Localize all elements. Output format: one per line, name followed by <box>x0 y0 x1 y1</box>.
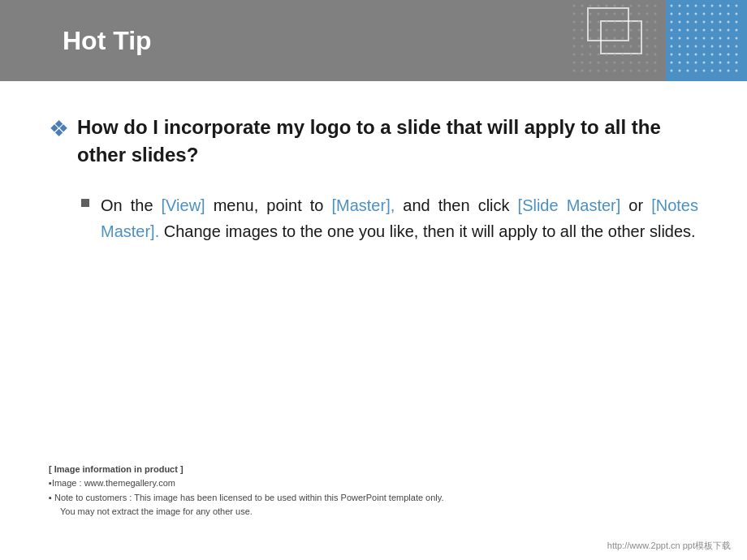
header: Hot Tip <box>0 0 747 81</box>
dots-grid <box>670 4 743 77</box>
dots-grid-svg <box>670 4 743 77</box>
dots-grid-gray <box>572 4 662 77</box>
link-view: [View] <box>162 196 205 214</box>
footer-note-line1: ▪ Note to customers : This image has bee… <box>49 491 698 506</box>
diamond-bullet-icon: ❖ <box>49 115 69 142</box>
answer-row: On the [View] menu, point to [Master], a… <box>81 192 698 244</box>
watermark: http://www.2ppt.cn ppt模板下载 <box>607 540 731 552</box>
question-row: ❖ How do I incorporate my logo to a slid… <box>49 114 698 168</box>
footer-bold-label: [ Image information in product ] <box>49 464 184 474</box>
svg-rect-3 <box>670 4 743 77</box>
footer-info: [ Image information in product ] ▪Image … <box>49 463 698 519</box>
link-slide-master: [Slide Master] <box>518 196 621 214</box>
dots-grid-gray-svg <box>572 4 662 77</box>
footer-label: [ Image information in product ] <box>49 463 698 477</box>
question-text: How do I incorporate my logo to a slide … <box>77 114 698 168</box>
footer-note-line2: You may not extract the image for any ot… <box>49 505 698 519</box>
square-bullet-icon <box>81 199 89 207</box>
link-master: [Master], <box>331 196 395 214</box>
answer-text: On the [View] menu, point to [Master], a… <box>101 192 698 244</box>
footer-image-source: ▪Image : www.themegallery.com <box>49 476 698 491</box>
slide-title: Hot Tip <box>0 26 152 56</box>
main-content: ❖ How do I incorporate my logo to a slid… <box>0 81 747 261</box>
svg-rect-5 <box>572 4 662 77</box>
answer-section: On the [View] menu, point to [Master], a… <box>81 192 698 244</box>
slide-container: Hot Tip <box>0 0 747 560</box>
header-decoration <box>568 0 747 81</box>
